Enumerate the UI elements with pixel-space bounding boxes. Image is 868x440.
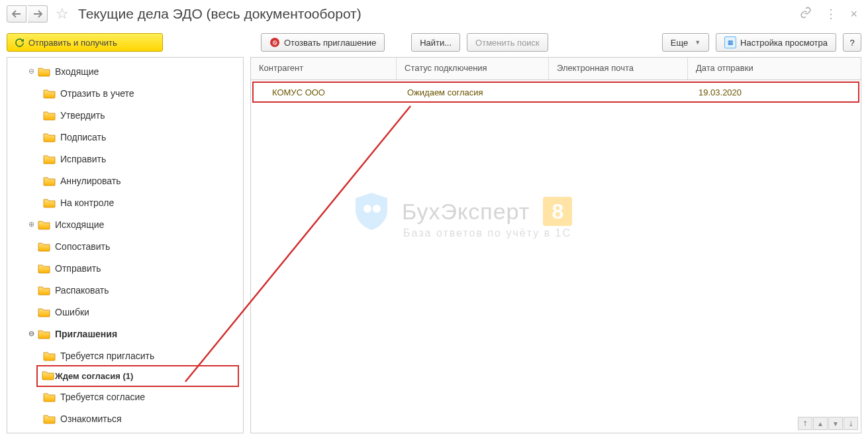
tree-item-outbox[interactable]: ⊕ Исходящие bbox=[7, 213, 243, 235]
folder-icon bbox=[43, 110, 56, 121]
refresh-icon bbox=[14, 37, 24, 48]
tree-item-inbox[interactable]: ⊖ Входящие bbox=[7, 60, 243, 82]
tree-item-review[interactable]: Ознакомиться bbox=[7, 408, 243, 429]
table-row[interactable]: КОМУС ООО Ожидаем согласия 19.03.2020 bbox=[252, 82, 859, 103]
folder-icon bbox=[38, 263, 51, 274]
collapse-icon[interactable]: ⊖ bbox=[26, 66, 36, 77]
help-label: ? bbox=[849, 38, 854, 48]
folder-icon bbox=[38, 285, 51, 296]
th-send-date[interactable]: Дата отправки bbox=[688, 58, 861, 80]
tree-item-fix[interactable]: Исправить bbox=[7, 148, 243, 170]
tree-item-unpack[interactable]: Распаковать bbox=[7, 279, 243, 301]
folder-icon bbox=[43, 176, 56, 186]
folder-icon bbox=[38, 66, 51, 77]
scroll-down-button[interactable]: ▼ bbox=[828, 417, 843, 430]
view-settings-button[interactable]: ▦ Настройка просмотра bbox=[716, 33, 836, 52]
send-receive-button[interactable]: Отправить и получить bbox=[7, 33, 163, 52]
expand-icon[interactable]: ⊕ bbox=[26, 219, 36, 230]
calendar-icon: ▦ bbox=[724, 36, 736, 48]
more-label: Еще bbox=[671, 38, 688, 48]
folder-icon bbox=[38, 219, 51, 230]
help-button[interactable]: ? bbox=[843, 33, 861, 52]
tree-item-errors[interactable]: Ошибки bbox=[7, 301, 243, 323]
stop-icon: ⦸ bbox=[269, 37, 280, 48]
folder-icon bbox=[38, 329, 51, 339]
chevron-down-icon: ▼ bbox=[695, 39, 700, 46]
scroll-top-button[interactable]: ⤒ bbox=[798, 417, 812, 430]
nav-back-button[interactable] bbox=[7, 5, 26, 23]
tree-item-sign[interactable]: Подписать bbox=[7, 126, 243, 148]
svg-point-1 bbox=[373, 205, 381, 213]
svg-point-0 bbox=[363, 205, 371, 213]
send-receive-label: Отправить и получить bbox=[28, 38, 117, 48]
folder-icon bbox=[42, 370, 55, 382]
td-send-date: 19.03.2020 bbox=[691, 87, 858, 97]
th-status[interactable]: Статус подключения bbox=[397, 58, 549, 80]
link-icon[interactable] bbox=[800, 7, 812, 22]
tree-item-wait-consent[interactable]: Ждем согласия (1) bbox=[36, 365, 239, 387]
data-table: Контрагент Статус подключения Электронна… bbox=[250, 57, 861, 433]
folder-icon bbox=[43, 392, 56, 402]
collapse-icon[interactable]: ⊖ bbox=[26, 329, 36, 339]
close-icon[interactable]: × bbox=[850, 7, 857, 21]
tree-item-need-consent[interactable]: Требуется согласие bbox=[7, 386, 243, 408]
cancel-search-label: Отменить поиск bbox=[475, 38, 540, 48]
folder-icon bbox=[43, 197, 56, 208]
more-button[interactable]: Еще ▼ bbox=[662, 33, 709, 52]
folder-icon bbox=[43, 351, 56, 361]
folder-icon bbox=[43, 413, 56, 424]
scroll-bottom-button[interactable]: ⤓ bbox=[844, 417, 858, 430]
table-header-row: Контрагент Статус подключения Электронна… bbox=[251, 58, 861, 80]
folder-icon bbox=[43, 88, 56, 99]
revoke-invitation-label: Отозвать приглашение bbox=[284, 38, 376, 48]
folder-icon bbox=[38, 241, 51, 252]
tree-item-approve[interactable]: Утвердить bbox=[7, 104, 243, 126]
tree-item-need-invite[interactable]: Требуется пригласить bbox=[7, 345, 243, 366]
view-settings-label: Настройка просмотра bbox=[740, 38, 828, 48]
revoke-invitation-button[interactable]: ⦸ Отозвать приглашение bbox=[261, 33, 385, 52]
tree-item-invitations[interactable]: ⊖ Приглашения bbox=[7, 323, 243, 345]
tree-item-cancel[interactable]: Аннулировать bbox=[7, 170, 243, 192]
tree-item-send[interactable]: Отправить bbox=[7, 257, 243, 279]
scroll-controls: ⤒ ▲ ▼ ⤓ bbox=[798, 417, 858, 430]
watermark-subtitle: База ответов по учёту в 1С bbox=[403, 227, 571, 239]
favorite-star-icon[interactable]: ☆ bbox=[56, 5, 69, 23]
find-button[interactable]: Найти... bbox=[411, 33, 460, 52]
navigation-tree: ⊖ Входящие Отразить в учете Утвердить По… bbox=[7, 57, 244, 433]
folder-icon bbox=[43, 132, 56, 142]
folder-icon bbox=[43, 154, 56, 164]
page-title: Текущие дела ЭДО (весь документооборот) bbox=[78, 6, 362, 22]
watermark: БухЭксперт 8 bbox=[350, 190, 572, 233]
th-counterparty[interactable]: Контрагент bbox=[251, 58, 397, 80]
td-counterparty: КОМУС ООО bbox=[254, 87, 399, 97]
find-label: Найти... bbox=[420, 38, 452, 48]
tree-item-reflect[interactable]: Отразить в учете bbox=[7, 82, 243, 104]
th-email[interactable]: Электронная почта bbox=[549, 58, 688, 80]
td-status: Ожидаем согласия bbox=[399, 87, 552, 97]
nav-forward-button[interactable] bbox=[28, 5, 48, 23]
folder-icon bbox=[38, 307, 51, 317]
tree-item-compare[interactable]: Сопоставить bbox=[7, 235, 243, 257]
scroll-up-button[interactable]: ▲ bbox=[813, 417, 828, 430]
kebab-menu-icon[interactable]: ⋮ bbox=[825, 7, 837, 21]
cancel-search-button[interactable]: Отменить поиск bbox=[467, 33, 548, 52]
tree-item-on-control[interactable]: На контроле bbox=[7, 192, 243, 213]
shield-icon bbox=[350, 190, 393, 233]
